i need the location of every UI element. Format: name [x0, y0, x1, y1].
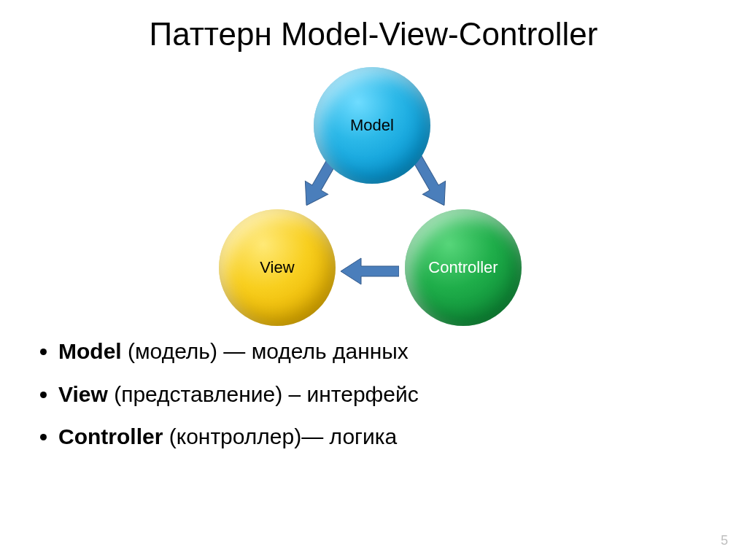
- term: Model: [58, 339, 122, 363]
- definition: модель данных: [252, 339, 409, 363]
- definition: интерфейс: [307, 382, 419, 406]
- definition-list: Model (модель) — модель данных View (пре…: [0, 315, 747, 452]
- node-controller: Controller: [405, 209, 522, 326]
- definition: логика: [330, 424, 398, 448]
- definition-item: View (представление) – интерфейс: [58, 380, 703, 410]
- node-model: Model: [314, 67, 430, 184]
- node-view: View: [219, 209, 336, 326]
- mvc-cycle-diagram: Model View Controller: [0, 52, 747, 315]
- arrow-controller-to-view: [341, 257, 399, 286]
- definition-item: Model (модель) — модель данных: [58, 337, 703, 367]
- definition-item: Controller (контроллер)— логика: [58, 422, 703, 452]
- translit: (представление): [108, 382, 289, 406]
- translit: (модель): [122, 339, 224, 363]
- translit: (контроллер): [163, 424, 301, 448]
- svg-marker-0: [341, 258, 399, 284]
- dash: —: [223, 339, 251, 363]
- dash: —: [301, 424, 329, 448]
- dash: –: [288, 382, 306, 406]
- term: Controller: [58, 424, 163, 448]
- term: View: [58, 382, 108, 406]
- slide-title: Паттерн Model-View-Controller: [0, 0, 747, 52]
- page-number: 5: [721, 533, 728, 548]
